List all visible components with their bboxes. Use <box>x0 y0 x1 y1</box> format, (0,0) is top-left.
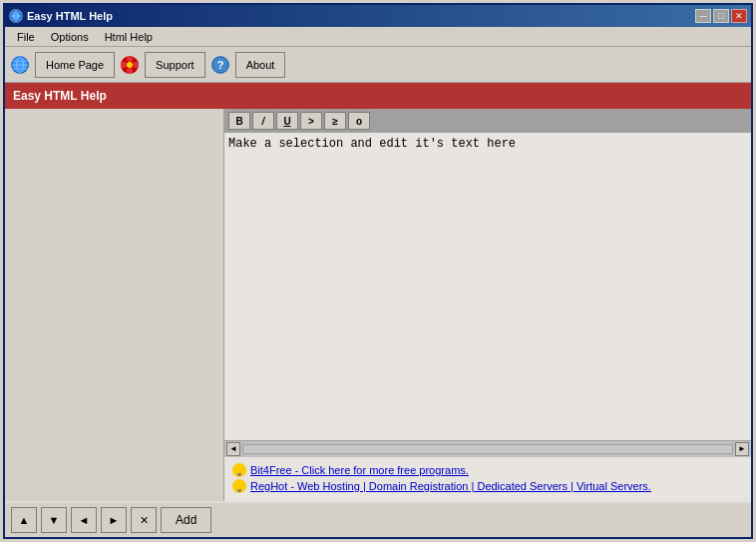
underline-button[interactable]: U <box>276 112 298 130</box>
main-window: Easy HTML Help ─ □ ✕ File Options Html H… <box>3 3 753 539</box>
up-button[interactable]: ▲ <box>11 507 37 533</box>
svg-point-16 <box>235 465 243 473</box>
app-icon <box>9 9 23 23</box>
svg-point-11 <box>121 62 127 68</box>
link-row-2: RegHot - Web Hosting | Domain Registrati… <box>232 479 743 493</box>
svg-point-19 <box>235 481 243 489</box>
right-panel: B / U > ≥ o Make a selection and edit it… <box>224 109 751 501</box>
close-button[interactable]: ✕ <box>731 9 747 23</box>
right-button[interactable]: ► <box>101 507 127 533</box>
bold-button[interactable]: B <box>228 112 250 130</box>
svg-point-9 <box>127 56 133 62</box>
about-button[interactable]: About <box>235 52 286 78</box>
menu-options[interactable]: Options <box>43 29 97 45</box>
titlebar-left: Easy HTML Help <box>9 9 113 23</box>
link-row-1: Bit4Free - Click here for more free prog… <box>232 463 743 477</box>
italic-button[interactable]: / <box>252 112 274 130</box>
home-page-button[interactable]: Home Page <box>35 52 115 78</box>
window-title: Easy HTML Help <box>27 10 113 22</box>
bullet-button[interactable]: o <box>348 112 370 130</box>
globe-icon <box>11 56 29 74</box>
svg-point-13 <box>127 62 133 68</box>
menu-html-help[interactable]: Html Help <box>97 29 161 45</box>
left-button[interactable]: ◄ <box>71 507 97 533</box>
question-icon: ? <box>211 56 229 74</box>
support-button[interactable]: Support <box>145 52 205 78</box>
titlebar-controls: ─ □ ✕ <box>695 9 747 23</box>
titlebar: Easy HTML Help ─ □ ✕ <box>5 5 751 27</box>
flower-icon <box>121 56 139 74</box>
minimize-button[interactable]: ─ <box>695 9 711 23</box>
links-area: Bit4Free - Click here for more free prog… <box>224 456 751 501</box>
header-title: Easy HTML Help <box>13 89 107 103</box>
svg-text:?: ? <box>216 59 223 71</box>
svg-point-10 <box>127 68 133 74</box>
link-1[interactable]: Bit4Free - Click here for more free prog… <box>250 464 469 476</box>
svg-rect-21 <box>238 491 241 492</box>
horizontal-scrollbar: ◄ ► <box>224 440 751 456</box>
format-toolbar: B / U > ≥ o <box>224 109 751 133</box>
indent-button[interactable]: > <box>300 112 322 130</box>
maximize-button[interactable]: □ <box>713 9 729 23</box>
scroll-left-arrow[interactable]: ◄ <box>226 442 240 456</box>
down-button[interactable]: ▼ <box>41 507 67 533</box>
bottom-toolbar: ▲ ▼ ◄ ► ✕ Add <box>5 501 751 537</box>
bulb-icon-2 <box>232 479 246 493</box>
svg-point-12 <box>133 62 139 68</box>
delete-button[interactable]: ✕ <box>131 507 157 533</box>
toolbar: Home Page Support ? About <box>5 47 751 83</box>
menubar: File Options Html Help <box>5 27 751 47</box>
menu-file[interactable]: File <box>9 29 43 45</box>
header-bar: Easy HTML Help <box>5 83 751 109</box>
text-editor-area[interactable]: Make a selection and edit it's text here <box>224 133 751 440</box>
editor-content: Make a selection and edit it's text here <box>228 137 747 151</box>
link-2[interactable]: RegHot - Web Hosting | Domain Registrati… <box>250 480 651 492</box>
main-content: B / U > ≥ o Make a selection and edit it… <box>5 109 751 501</box>
scroll-track[interactable] <box>242 444 733 454</box>
add-button[interactable]: Add <box>161 507 211 533</box>
scroll-right-arrow[interactable]: ► <box>735 442 749 456</box>
svg-rect-17 <box>237 473 241 475</box>
left-panel <box>5 109 224 501</box>
svg-rect-20 <box>237 489 241 491</box>
outdent-button[interactable]: ≥ <box>324 112 346 130</box>
svg-rect-18 <box>238 475 241 476</box>
bulb-icon-1 <box>232 463 246 477</box>
